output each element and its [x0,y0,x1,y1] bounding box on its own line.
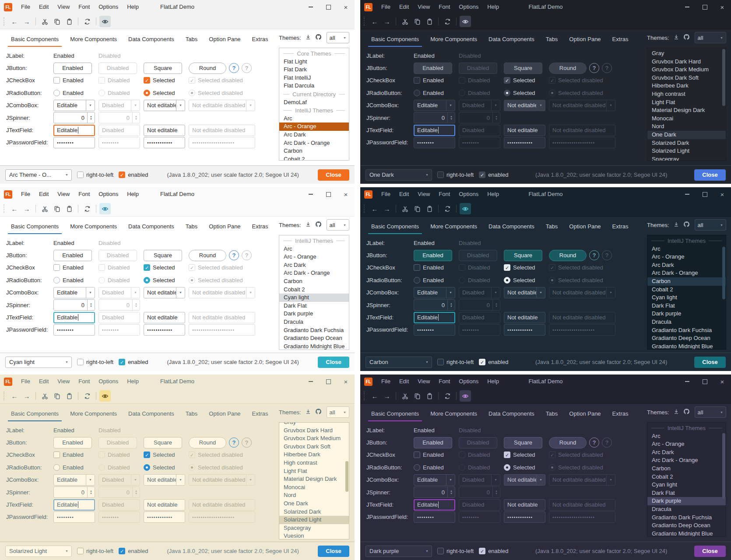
help-button[interactable]: ? [242,63,252,73]
download-icon[interactable] [305,34,311,42]
password-field[interactable]: •••••••••••• [144,137,185,148]
round-button[interactable]: Round [189,63,226,74]
round-button[interactable]: Round [189,437,226,448]
back-button[interactable]: ← [9,16,20,27]
theme-list-item[interactable]: Dark purple [279,310,349,318]
button[interactable]: Enabled [53,63,92,74]
right-to-left-checkbox[interactable]: right-to-left [437,172,474,178]
theme-list-item[interactable]: Arc - Orange [647,253,726,261]
theme-list-item[interactable]: Vuesion [279,532,349,539]
theme-list-item[interactable]: Gradianto Midnight Blue [647,343,726,350]
theme-list-item[interactable]: Gruvbox Dark Hard [647,58,726,66]
menu-file[interactable]: File [377,374,395,388]
minimize-button[interactable] [302,187,320,201]
radiobox[interactable]: Selected [504,277,535,284]
enabled-checkbox[interactable]: ✓ enabled [479,172,508,178]
round-button[interactable]: Round [549,250,587,261]
theme-list-item[interactable]: Nord [647,122,726,131]
menu-options[interactable]: Options [94,0,123,14]
tab-tabs[interactable]: Tabs [180,36,203,47]
back-button[interactable]: ← [369,203,380,214]
tab-data-components[interactable]: Data Components [123,410,180,421]
button[interactable]: Enabled [414,63,452,74]
theme-list-item[interactable]: Nord [279,491,349,500]
password-field[interactable]: •••••••• [414,511,455,523]
close-window-button[interactable]: × [337,187,355,201]
tab-more-components[interactable]: More Components [425,36,483,47]
tab-extras[interactable]: Extras [246,36,274,47]
theme-list-item[interactable]: Gradianto Deep Ocean [647,334,726,343]
tab-tabs[interactable]: Tabs [180,223,203,234]
menu-font[interactable]: Font [74,187,94,201]
refresh-button[interactable] [442,203,453,214]
scrollbar-thumb[interactable] [722,247,725,299]
help-button[interactable]: ? [229,63,239,73]
menu-edit[interactable]: Edit [35,374,53,388]
password-field[interactable]: •••••••• [414,137,455,148]
button[interactable]: Enabled [53,250,92,261]
toolbar-grip[interactable] [364,204,366,213]
copy-button[interactable] [411,390,423,402]
theme-list-item[interactable]: Carbon [647,277,726,286]
menu-options[interactable]: Options [94,374,123,388]
tab-basic-components[interactable]: Basic Components [366,410,425,421]
theme-list-item[interactable]: Solarized Light [647,147,726,155]
theme-list-item[interactable]: Carbon [279,277,349,286]
button[interactable]: Square [504,437,542,448]
menu-font[interactable]: Font [74,0,94,14]
menu-edit[interactable]: Edit [35,187,53,201]
button[interactable]: Square [144,437,182,448]
theme-list-item[interactable]: Gradianto Dark Fuchsia [279,326,349,335]
radiobox[interactable]: Enabled [53,90,84,96]
text-field[interactable]: Editable [53,499,95,511]
checkbox[interactable]: Enabled [414,264,444,271]
menu-help[interactable]: Help [123,374,143,388]
theme-list[interactable]: IntelliJ ThemesArcArc - OrangeArc DarkAr… [279,235,349,350]
theme-list-item[interactable]: Arc - Orange [279,253,349,261]
spinner[interactable]: 0▲▼ [53,112,95,123]
theme-combobox[interactable]: Carbon ▼ [366,357,432,368]
maximize-button[interactable] [696,374,713,388]
tab-more-components[interactable]: More Components [64,223,123,234]
radiobox[interactable]: Selected [144,464,175,471]
theme-list-item[interactable]: Gruvbox Dark Medium [279,434,349,443]
text-field[interactable]: Not editable [144,312,185,323]
tab-data-components[interactable]: Data Components [123,223,180,234]
theme-list-item[interactable]: Arc Dark [279,131,349,139]
menu-font[interactable]: Font [434,187,454,201]
menu-file[interactable]: File [377,0,395,14]
download-icon[interactable] [673,221,679,229]
spinner[interactable]: 0▲▼ [414,299,455,311]
theme-filter-combobox[interactable]: all ▼ [695,219,726,231]
tab-option-pane[interactable]: Option Pane [563,410,606,421]
enabled-checkbox[interactable]: ✓ enabled [119,359,148,365]
password-field[interactable]: •••••••• [414,324,455,336]
maximize-button[interactable] [320,374,337,388]
cut-button[interactable] [399,16,411,27]
password-field[interactable]: •••••••••••• [504,137,545,148]
radiobox[interactable]: Enabled [53,464,84,471]
right-to-left-checkbox[interactable]: right-to-left [437,359,474,365]
menu-help[interactable]: Help [483,0,503,14]
scrollbar-thumb[interactable] [722,49,725,106]
maximize-button[interactable] [696,0,713,14]
menu-options[interactable]: Options [454,374,483,388]
tab-data-components[interactable]: Data Components [483,223,540,234]
theme-list-item[interactable]: Arc Dark - Orange [647,269,726,277]
theme-list-item[interactable]: Material Design Dark [279,475,349,483]
help-button[interactable]: ? [589,250,599,260]
theme-list-item[interactable]: Arc Dark [647,261,726,270]
menu-options[interactable]: Options [94,187,123,201]
round-button[interactable]: Round [549,63,587,74]
theme-list-item[interactable]: Solarized Dark [647,139,726,147]
theme-combobox[interactable]: One Dark ▼ [366,169,432,181]
checkbox[interactable]: ✓Selected [504,77,535,84]
back-button[interactable]: ← [369,390,380,402]
cut-button[interactable] [39,203,50,214]
button[interactable]: Square [504,63,542,74]
help-button[interactable]: ? [242,250,252,260]
theme-list-item[interactable]: Gradianto Deep Ocean [647,522,726,530]
download-icon[interactable] [305,409,311,416]
cut-button[interactable] [39,390,50,402]
password-field[interactable]: •••••••••••• [504,511,545,523]
